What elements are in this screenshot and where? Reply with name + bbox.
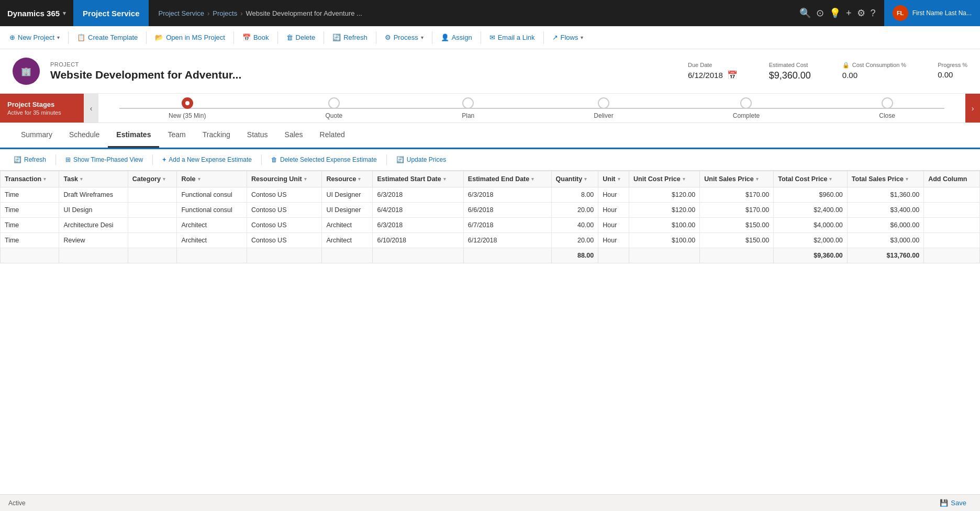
- search-icon[interactable]: 🔍: [799, 7, 811, 19]
- brand-chevron: ▾: [63, 10, 66, 17]
- book-button[interactable]: 📅 Book: [237, 28, 274, 47]
- add-icon[interactable]: +: [846, 8, 852, 19]
- cmd-separator-6: [376, 31, 376, 44]
- stage-name-complete: Complete: [733, 112, 760, 119]
- col-end-date[interactable]: Estimated End Date ▾: [463, 171, 551, 187]
- stage-item-new[interactable]: New (35 Min): [169, 97, 206, 119]
- new-project-button[interactable]: ⊕ New Project ▾: [4, 28, 65, 47]
- due-date-value: 6/12/2018 📅: [688, 70, 738, 80]
- stage-label-sub: Active for 35 minutes: [7, 109, 76, 116]
- email-link-button[interactable]: ✉ Email a Link: [484, 28, 540, 47]
- user-menu[interactable]: FL First Name Last Na...: [884, 0, 980, 26]
- delete-button[interactable]: 🗑 Delete: [281, 28, 321, 47]
- col-quantity-label: Quantity: [556, 175, 583, 183]
- col-add-column[interactable]: Add Column: [924, 171, 980, 187]
- email-label: Email a Link: [498, 34, 535, 41]
- assign-button[interactable]: 👤 Assign: [436, 28, 477, 47]
- total-unit-cost-price: [629, 248, 700, 263]
- delete-expense-label: Delete Selected Expense Estimate: [280, 156, 377, 163]
- col-transaction[interactable]: Transaction ▾: [1, 171, 59, 187]
- assign-icon: 👤: [441, 34, 449, 41]
- save-button[interactable]: 💾 Save: [934, 497, 972, 509]
- col-quantity[interactable]: Quantity ▾: [551, 171, 598, 187]
- recent-icon[interactable]: ⊙: [816, 7, 824, 19]
- breadcrumb-sep-1: ›: [207, 9, 209, 17]
- brand-label: Dynamics 365: [7, 9, 60, 18]
- stage-prev-button[interactable]: ‹: [84, 94, 98, 123]
- breadcrumb-item-3[interactable]: Website Development for Adventure ...: [246, 9, 362, 17]
- sub-sep-4: [386, 154, 387, 165]
- tab-schedule[interactable]: Schedule: [61, 123, 108, 148]
- col-start-date[interactable]: Estimated Start Date ▾: [373, 171, 463, 187]
- flows-button[interactable]: ↗ Flows ▾: [547, 28, 589, 47]
- table-row[interactable]: TimeReviewArchitectContoso USArchitect6/…: [1, 233, 980, 248]
- refresh-button[interactable]: 🔄 Refresh: [327, 28, 373, 47]
- col-unit[interactable]: Unit ▾: [598, 171, 629, 187]
- cell-unit_sales_price: $150.00: [700, 218, 774, 233]
- col-role[interactable]: Role ▾: [177, 171, 247, 187]
- open-ms-project-button[interactable]: 📂 Open in MS Project: [150, 28, 230, 47]
- tab-summary[interactable]: Summary: [13, 123, 61, 148]
- col-category[interactable]: Category ▾: [128, 171, 177, 187]
- nav-icons: 🔍 ⊙ 💡 + ⚙ ?: [791, 7, 884, 19]
- dynamics-brand[interactable]: Dynamics 365 ▾: [0, 0, 73, 26]
- table-row[interactable]: TimeDraft WireframesFunctional consulCon…: [1, 187, 980, 203]
- stage-label-box[interactable]: Project Stages Active for 35 minutes: [0, 94, 84, 123]
- user-name: First Name Last Na...: [912, 9, 972, 17]
- time-phased-view-button[interactable]: ⊞ Show Time-Phased View: [60, 153, 148, 166]
- table-row[interactable]: TimeUI DesignFunctional consulContoso US…: [1, 203, 980, 218]
- total-resource: [322, 248, 373, 263]
- cell-unit_sales_price: $170.00: [700, 187, 774, 203]
- cell-resourcing_unit: Contoso US: [247, 218, 322, 233]
- open-ms-project-icon: 📂: [155, 34, 163, 41]
- notifications-icon[interactable]: 💡: [829, 7, 841, 19]
- cell-start_date: 6/4/2018: [373, 203, 463, 218]
- total-task: [59, 248, 128, 263]
- project-header: 🏢 PROJECT Website Development for Advent…: [0, 49, 980, 94]
- cell-unit: Hour: [598, 203, 629, 218]
- col-resourcing-unit[interactable]: Resourcing Unit ▾: [247, 171, 322, 187]
- tab-sales[interactable]: Sales: [276, 123, 311, 148]
- tab-tracking[interactable]: Tracking: [194, 123, 239, 148]
- col-unit-sales-price-sort: ▾: [756, 176, 759, 182]
- cell-total_cost_price: $2,400.00: [774, 203, 848, 218]
- app-label[interactable]: Project Service: [73, 0, 149, 26]
- help-icon[interactable]: ?: [871, 8, 876, 19]
- col-total-cost-price[interactable]: Total Cost Price ▾: [774, 171, 848, 187]
- cell-unit: Hour: [598, 218, 629, 233]
- col-unit-label: Unit: [603, 175, 615, 183]
- update-prices-button[interactable]: 🔄 Update Prices: [391, 153, 451, 166]
- breadcrumb-item-2[interactable]: Projects: [213, 9, 237, 17]
- cell-unit: Hour: [598, 233, 629, 248]
- col-task[interactable]: Task ▾: [59, 171, 128, 187]
- col-total-sales-price[interactable]: Total Sales Price ▾: [847, 171, 923, 187]
- add-expense-button[interactable]: + Add a New Expense Estimate: [157, 153, 257, 166]
- col-end-date-sort: ▾: [531, 176, 534, 182]
- calendar-icon[interactable]: 📅: [727, 70, 738, 80]
- stage-item-quote[interactable]: Quote: [325, 97, 342, 119]
- tab-team[interactable]: Team: [159, 123, 194, 148]
- stage-next-button[interactable]: ›: [965, 94, 980, 123]
- settings-icon[interactable]: ⚙: [857, 7, 865, 19]
- stage-item-deliver[interactable]: Deliver: [594, 97, 613, 119]
- tab-status[interactable]: Status: [239, 123, 276, 148]
- stage-item-close[interactable]: Close: [879, 97, 895, 119]
- process-button[interactable]: ⚙ Process ▾: [380, 28, 429, 47]
- table-row[interactable]: TimeArchitecture DesiArchitectContoso US…: [1, 218, 980, 233]
- stage-item-plan[interactable]: Plan: [462, 97, 474, 119]
- delete-expense-button[interactable]: 🗑 Delete Selected Expense Estimate: [266, 153, 382, 166]
- col-resource[interactable]: Resource ▾: [322, 171, 373, 187]
- stage-circle-deliver: [598, 97, 609, 109]
- tab-estimates[interactable]: Estimates: [108, 123, 159, 148]
- stage-item-complete[interactable]: Complete: [733, 97, 760, 119]
- due-date-meta: Due Date 6/12/2018 📅: [688, 62, 738, 81]
- col-unit-cost-price[interactable]: Unit Cost Price ▾: [629, 171, 700, 187]
- col-unit-sales-price[interactable]: Unit Sales Price ▾: [700, 171, 774, 187]
- estimated-cost-value: $9,360.00: [769, 70, 811, 81]
- create-template-button[interactable]: 📋 Create Template: [72, 28, 143, 47]
- estimates-refresh-button[interactable]: 🔄 Refresh: [8, 153, 51, 166]
- tab-related[interactable]: Related: [311, 123, 353, 148]
- col-total-sales-price-label: Total Sales Price: [852, 175, 904, 183]
- col-category-sort: ▾: [163, 176, 165, 182]
- breadcrumb-item-1[interactable]: Project Service: [158, 9, 204, 17]
